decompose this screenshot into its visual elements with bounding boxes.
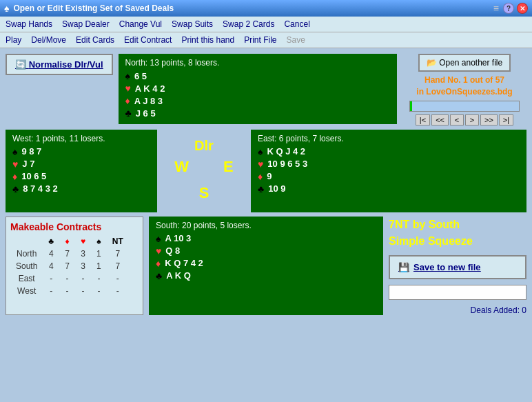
menu-change-vul[interactable]: Change Vul (119, 18, 162, 30)
menu-edit-cards[interactable]: Edit Cards (76, 34, 114, 46)
menu-edit-contract[interactable]: Edit Contract (124, 34, 172, 46)
row-west-nt: - (107, 285, 129, 297)
east-clubs: ♣ 10 9 (258, 183, 520, 194)
north-diamonds: ♦ A J 8 3 (125, 95, 390, 106)
makeable-title: Makeable Contracts (10, 221, 139, 232)
table-row: West - - - - - (10, 285, 129, 297)
south-club-values: A K Q (166, 270, 191, 281)
prev10-hand-button[interactable]: << (431, 114, 449, 125)
east-compass: E (216, 157, 241, 177)
north-diamond-values: A J 8 3 (134, 96, 163, 106)
row-south-nt: 7 (107, 260, 129, 272)
south-clubs: ♣ A K Q (156, 270, 376, 281)
menu-swap-suits[interactable]: Swap Suits (172, 18, 213, 30)
row-east-spade: - (91, 272, 107, 285)
navigation-buttons: |< << < > >> >| (416, 114, 513, 125)
th-diamond: ♦ (59, 235, 75, 248)
last-hand-button[interactable]: >| (499, 114, 513, 125)
north-heart-values: A K 4 2 (135, 83, 165, 94)
row-south-name: South (10, 260, 43, 272)
east-hand: East: 6 points, 7 losers. ♠ K Q J 4 2 ♥ … (251, 130, 526, 212)
row-west-spade: - (91, 285, 107, 297)
makeable-contracts-panel: Makeable Contracts ♣ ♦ ♥ ♠ NT North (6, 217, 143, 315)
menu-swap-2-cards[interactable]: Swap 2 Cards (223, 18, 274, 30)
th-name (10, 235, 43, 248)
save-to-new-file-button[interactable]: 💾 Save to new file (389, 255, 526, 279)
row-west-diamond: - (59, 285, 75, 297)
row-north-name: North (10, 248, 43, 260)
south-diamonds: ♦ K Q 7 4 2 (156, 258, 376, 269)
north-title: North: 13 points, 8 losers. (125, 58, 390, 68)
file-info-line1: Hand No. 1 out of 57 (416, 74, 512, 86)
heart-icon: ♥ (156, 245, 161, 257)
diamond-icon: ♦ (258, 171, 263, 182)
menu-print-hand[interactable]: Print this hand (181, 34, 234, 46)
west-club-values: 8 7 4 3 2 (23, 183, 58, 194)
menu-cancel[interactable]: Cancel (284, 18, 309, 30)
th-nt: NT (107, 235, 129, 248)
close-button[interactable]: ✕ (517, 3, 528, 14)
row-east-heart: - (75, 272, 91, 285)
contracts-table: ♣ ♦ ♥ ♠ NT North 4 7 3 1 7 (10, 235, 129, 297)
save-filename-input[interactable] (389, 285, 526, 300)
menu-swap-hands[interactable]: Swap Hands (6, 18, 52, 30)
open-file-button[interactable]: 📂 Open another file (418, 54, 511, 72)
spade-icon: ♠ (125, 70, 130, 81)
deals-added-label: Deals Added: 0 (389, 305, 526, 315)
north-spades: ♠ 6 5 (125, 70, 390, 81)
south-compass: S (192, 183, 216, 203)
progress-bar (409, 101, 520, 112)
diamond-icon: ♦ (125, 95, 130, 106)
help-button[interactable]: ? (503, 3, 514, 14)
file-area: 📂 Open another file Hand No. 1 out of 57… (402, 54, 526, 125)
contract-line2: Simple Squeeze (389, 233, 526, 250)
middle-row: West: 1 points, 11 losers. ♠ 9 8 7 ♥ J 7… (6, 130, 526, 212)
bottom-row: Makeable Contracts ♣ ♦ ♥ ♠ NT North (6, 217, 526, 315)
first-hand-button[interactable]: |< (416, 114, 430, 125)
th-heart: ♥ (75, 235, 91, 248)
west-spades: ♠ 9 8 7 (12, 146, 150, 157)
spade-icon: ♠ (12, 146, 17, 157)
menu-play[interactable]: Play (6, 34, 21, 46)
west-compass: W (167, 157, 196, 177)
north-spade-values: 6 5 (134, 71, 147, 81)
normalise-button[interactable]: 🔄 Normalise Dlr/Vul (6, 54, 113, 75)
row-west-heart: - (75, 285, 91, 297)
south-diamond-values: K Q 7 4 2 (165, 258, 203, 268)
menu-swap-dealer[interactable]: Swap Dealer (62, 18, 110, 30)
heart-icon: ♥ (12, 159, 18, 170)
row-east-diamond: - (59, 272, 75, 285)
th-club: ♣ (43, 235, 59, 248)
heart-icon: ♥ (125, 83, 131, 94)
club-icon: ♣ (12, 183, 19, 194)
heart-icon: ♥ (258, 159, 263, 170)
th-spade: ♠ (91, 235, 107, 248)
table-row: East - - - - - (10, 272, 129, 285)
row-south-spade: 1 (91, 260, 107, 272)
north-hearts: ♥ A K 4 2 (125, 83, 390, 94)
east-spade-values: K Q J 4 2 (267, 146, 305, 157)
east-hearts: ♥ 10 9 6 5 3 (258, 159, 520, 170)
spade-icon: ♠ (258, 146, 263, 157)
east-diamond-values: 9 (267, 171, 272, 181)
south-spade-values: A 10 3 (165, 233, 191, 243)
prev-hand-button[interactable]: < (450, 114, 464, 125)
west-diamond-values: 10 6 5 (21, 171, 46, 181)
menu-icon: ≡ (493, 3, 499, 14)
row-south-heart: 3 (75, 260, 91, 272)
next-hand-button[interactable]: > (465, 114, 479, 125)
row-south-diamond: 7 (59, 260, 75, 272)
menu-print-file[interactable]: Print File (244, 34, 276, 46)
south-spades: ♠ A 10 3 (156, 233, 376, 244)
row-west-club: - (43, 285, 59, 297)
west-hand: West: 1 points, 11 losers. ♠ 9 8 7 ♥ J 7… (6, 130, 157, 212)
title-icon: ♠ (4, 3, 9, 14)
club-icon: ♣ (258, 183, 264, 194)
club-icon: ♣ (125, 108, 132, 119)
next10-hand-button[interactable]: >> (480, 114, 498, 125)
menu-del-move[interactable]: Del/Move (31, 34, 66, 46)
menu-save: Save (287, 34, 305, 46)
row-north-spade: 1 (91, 248, 107, 260)
row-north-club: 4 (43, 248, 59, 260)
club-icon: ♣ (156, 270, 162, 281)
